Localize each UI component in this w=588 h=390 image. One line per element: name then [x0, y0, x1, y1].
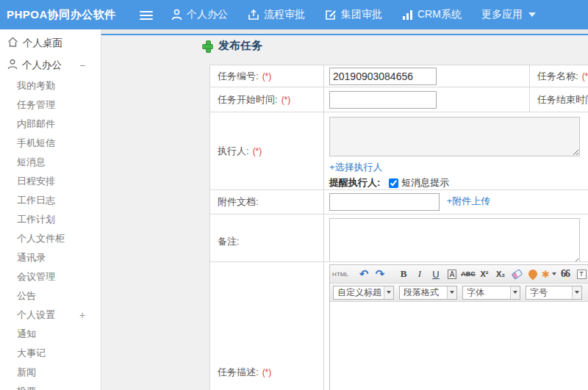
required-marker: (*): [262, 367, 272, 378]
end-time-label: 任务结束时间:(*): [530, 87, 588, 112]
attachment-label: 附件文档:: [210, 190, 324, 214]
top-navigation: 个人办公 流程审批 集团审批 CRM系统 更多应用: [171, 0, 536, 29]
custom-title-select[interactable]: 自定义标题: [333, 286, 394, 300]
nav-process-approval[interactable]: 流程审批: [248, 8, 305, 21]
task-form-table: 任务编号:(*) 任务名称:(*) 任务开始时间:(*) 任务结束时间:(*) …: [209, 65, 588, 270]
superscript-button[interactable]: X²: [477, 267, 492, 281]
start-time-input[interactable]: [329, 91, 437, 109]
page-title: 发布任务: [202, 39, 262, 53]
home-icon: [7, 37, 18, 50]
table-row: 附件文档: +附件上传: [210, 190, 588, 214]
sidebar-item-announcement[interactable]: 公告: [0, 286, 101, 306]
add-task-icon: [202, 40, 213, 51]
attachment-upload-link[interactable]: +附件上传: [447, 195, 491, 206]
required-marker: (*): [582, 71, 588, 82]
nav-crm-system[interactable]: CRM系统: [402, 8, 462, 21]
required-marker: (*): [262, 71, 272, 82]
table-row: 任务开始时间:(*) 任务结束时间:(*): [210, 87, 588, 112]
collapse-icon[interactable]: −: [79, 59, 85, 71]
expand-icon[interactable]: +: [79, 309, 85, 321]
task-number-label: 任务编号:(*): [210, 65, 324, 87]
group-approval-icon: [325, 9, 337, 21]
sidebar-item-work-log[interactable]: 工作日志: [0, 191, 101, 210]
executor-label: 执行人:(*): [210, 112, 324, 190]
sidebar-item-notice[interactable]: 通知: [0, 325, 101, 344]
sidebar-item-internal-mail[interactable]: 内部邮件: [0, 115, 101, 134]
editor-toolbar-row1: HTML ↶ ↷ B I U A ABC X² X₂ ✱ 66 T A: [330, 265, 588, 284]
executor-textarea[interactable]: [329, 117, 580, 156]
required-marker: (*): [253, 146, 262, 156]
editor-content-area[interactable]: [330, 302, 588, 390]
required-marker: (*): [282, 95, 291, 105]
table-row: 任务编号:(*) 任务名称:(*): [210, 65, 588, 87]
sidebar-item-personal-files[interactable]: 个人文件柜: [0, 229, 101, 248]
start-time-label: 任务开始时间:(*): [210, 87, 324, 112]
attachment-input[interactable]: [329, 193, 440, 211]
editor-toolbar-row2: 自定义标题 段落格式 字体 字号: [330, 284, 588, 302]
crm-chart-icon: [402, 10, 413, 21]
choose-executor-link[interactable]: +选择执行人: [329, 162, 383, 173]
sidebar-item-my-attendance[interactable]: 我的考勤: [0, 76, 101, 95]
sidebar-item-work-plan[interactable]: 工作计划: [0, 210, 101, 229]
rich-text-editor: HTML ↶ ↷ B I U A ABC X² X₂ ✱ 66 T A 自定义标…: [329, 264, 588, 390]
menu-toggle-icon[interactable]: [140, 9, 153, 21]
main-content: 发布任务 任务编号:(*) 任务名称:(*) 任务开始时间:(*) 任务结束时间…: [101, 34, 588, 390]
blockquote-button[interactable]: 66: [558, 267, 573, 281]
table-row: 执行人:(*) +选择执行人 提醒执行人: 短消息提示: [210, 112, 588, 190]
sidebar-item-major-events[interactable]: 大事记: [0, 344, 101, 363]
sms-remind-label: 短消息提示: [401, 176, 449, 189]
sidebar-item-contacts[interactable]: 通讯录: [0, 248, 101, 267]
font-size-select[interactable]: 字号: [526, 286, 582, 300]
redo-icon[interactable]: ↷: [373, 267, 387, 281]
sidebar: 个人桌面 个人办公 − 我的考勤 任务管理 内部邮件 手机短信 短消息 日程安排…: [0, 29, 101, 390]
bold-button[interactable]: B: [396, 267, 411, 281]
task-name-label: 任务名称:(*): [530, 65, 588, 87]
remark-textarea[interactable]: [329, 218, 580, 265]
underline-button[interactable]: U: [429, 267, 443, 281]
remind-executor-label: 提醒执行人:: [329, 176, 380, 189]
sidebar-item-personal-office[interactable]: 个人办公 −: [0, 54, 101, 76]
font-family-select[interactable]: 字体: [462, 286, 520, 300]
font-background-button[interactable]: A: [445, 267, 459, 281]
paragraph-format-select[interactable]: 段落格式: [399, 286, 457, 300]
app-logo: PHPOA协同办公软件: [7, 0, 116, 29]
sidebar-item-meeting-management[interactable]: 会议管理: [0, 267, 101, 286]
sidebar-item-short-message[interactable]: 短消息: [0, 153, 101, 172]
nav-more-apps[interactable]: 更多应用: [481, 8, 536, 21]
source-code-button[interactable]: HTML: [333, 267, 348, 281]
eraser-icon[interactable]: [509, 267, 524, 281]
auto-typeset-icon[interactable]: ✱: [542, 267, 556, 281]
format-brush-icon[interactable]: [526, 267, 540, 281]
topbar: PHPOA协同办公软件 个人办公 流程审批 集团审批 CRM系统: [0, 0, 588, 29]
task-description-label: 任务描述:(*): [210, 262, 324, 390]
user-icon: [171, 9, 182, 21]
sidebar-item-personal-settings[interactable]: 个人设置 +: [0, 306, 101, 325]
sidebar-item-mobile-sms[interactable]: 手机短信: [0, 134, 101, 153]
task-number-input[interactable]: [329, 68, 437, 85]
undo-icon[interactable]: ↶: [356, 267, 371, 281]
sidebar-item-task-management[interactable]: 任务管理: [0, 95, 101, 115]
process-approval-icon: [248, 9, 259, 21]
sms-remind-checkbox[interactable]: [389, 178, 398, 188]
italic-button[interactable]: I: [412, 267, 427, 281]
subscript-button[interactable]: X₂: [493, 267, 508, 281]
user-icon: [7, 59, 18, 72]
sidebar-item-personal-desktop[interactable]: 个人桌面: [0, 32, 101, 54]
paste-text-button[interactable]: T: [574, 267, 588, 281]
nav-personal-office[interactable]: 个人办公: [171, 8, 228, 21]
strikethrough-button[interactable]: ABC: [461, 267, 476, 281]
nav-group-approval[interactable]: 集团审批: [325, 8, 382, 21]
caret-down-icon: [528, 12, 536, 17]
sidebar-item-news[interactable]: 新闻: [0, 363, 101, 382]
sidebar-item-schedule[interactable]: 日程安排: [0, 172, 101, 191]
sidebar-item-vote[interactable]: 投票: [0, 382, 101, 390]
